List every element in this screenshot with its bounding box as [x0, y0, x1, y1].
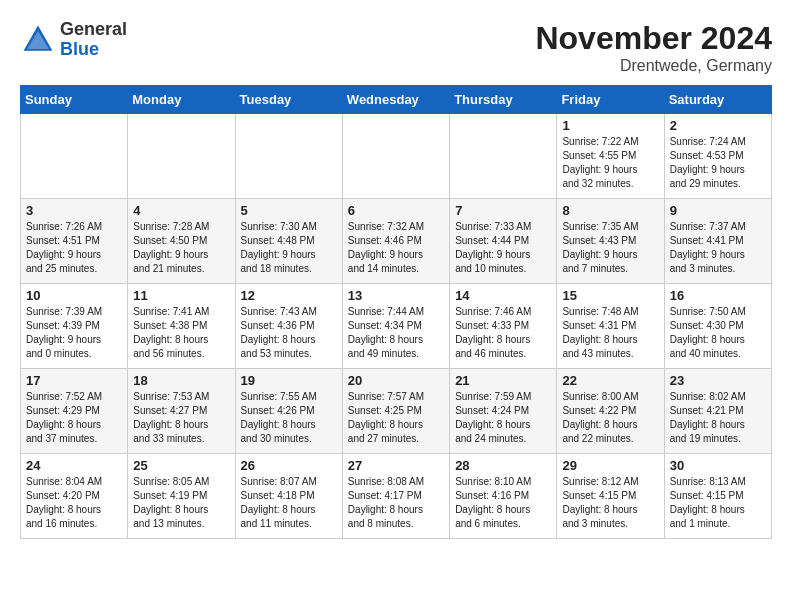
- calendar-week-row: 10Sunrise: 7:39 AM Sunset: 4:39 PM Dayli…: [21, 284, 772, 369]
- day-number: 5: [241, 203, 337, 218]
- calendar-cell: [235, 114, 342, 199]
- page-header: General Blue November 2024 Drentwede, Ge…: [20, 20, 772, 75]
- calendar-cell: 12Sunrise: 7:43 AM Sunset: 4:36 PM Dayli…: [235, 284, 342, 369]
- weekday-header: Tuesday: [235, 86, 342, 114]
- day-number: 29: [562, 458, 658, 473]
- weekday-header: Friday: [557, 86, 664, 114]
- day-info: Sunrise: 7:43 AM Sunset: 4:36 PM Dayligh…: [241, 305, 337, 361]
- day-info: Sunrise: 7:55 AM Sunset: 4:26 PM Dayligh…: [241, 390, 337, 446]
- calendar-cell: 4Sunrise: 7:28 AM Sunset: 4:50 PM Daylig…: [128, 199, 235, 284]
- calendar-cell: 22Sunrise: 8:00 AM Sunset: 4:22 PM Dayli…: [557, 369, 664, 454]
- day-info: Sunrise: 8:07 AM Sunset: 4:18 PM Dayligh…: [241, 475, 337, 531]
- day-number: 14: [455, 288, 551, 303]
- calendar-cell: 14Sunrise: 7:46 AM Sunset: 4:33 PM Dayli…: [450, 284, 557, 369]
- weekday-header: Saturday: [664, 86, 771, 114]
- day-info: Sunrise: 8:13 AM Sunset: 4:15 PM Dayligh…: [670, 475, 766, 531]
- day-info: Sunrise: 7:30 AM Sunset: 4:48 PM Dayligh…: [241, 220, 337, 276]
- day-info: Sunrise: 7:46 AM Sunset: 4:33 PM Dayligh…: [455, 305, 551, 361]
- day-number: 17: [26, 373, 122, 388]
- calendar-cell: 16Sunrise: 7:50 AM Sunset: 4:30 PM Dayli…: [664, 284, 771, 369]
- day-info: Sunrise: 7:53 AM Sunset: 4:27 PM Dayligh…: [133, 390, 229, 446]
- calendar-cell: [21, 114, 128, 199]
- day-number: 19: [241, 373, 337, 388]
- calendar-week-row: 17Sunrise: 7:52 AM Sunset: 4:29 PM Dayli…: [21, 369, 772, 454]
- logo-blue: Blue: [60, 39, 99, 59]
- calendar-cell: 28Sunrise: 8:10 AM Sunset: 4:16 PM Dayli…: [450, 454, 557, 539]
- calendar-cell: 7Sunrise: 7:33 AM Sunset: 4:44 PM Daylig…: [450, 199, 557, 284]
- calendar-cell: 17Sunrise: 7:52 AM Sunset: 4:29 PM Dayli…: [21, 369, 128, 454]
- calendar-cell: 18Sunrise: 7:53 AM Sunset: 4:27 PM Dayli…: [128, 369, 235, 454]
- day-number: 15: [562, 288, 658, 303]
- calendar-cell: 15Sunrise: 7:48 AM Sunset: 4:31 PM Dayli…: [557, 284, 664, 369]
- calendar-cell: 19Sunrise: 7:55 AM Sunset: 4:26 PM Dayli…: [235, 369, 342, 454]
- day-number: 11: [133, 288, 229, 303]
- day-number: 6: [348, 203, 444, 218]
- day-info: Sunrise: 7:28 AM Sunset: 4:50 PM Dayligh…: [133, 220, 229, 276]
- calendar-cell: 3Sunrise: 7:26 AM Sunset: 4:51 PM Daylig…: [21, 199, 128, 284]
- day-info: Sunrise: 7:44 AM Sunset: 4:34 PM Dayligh…: [348, 305, 444, 361]
- day-info: Sunrise: 7:48 AM Sunset: 4:31 PM Dayligh…: [562, 305, 658, 361]
- calendar-cell: 20Sunrise: 7:57 AM Sunset: 4:25 PM Dayli…: [342, 369, 449, 454]
- logo-icon: [20, 22, 56, 58]
- day-info: Sunrise: 7:59 AM Sunset: 4:24 PM Dayligh…: [455, 390, 551, 446]
- calendar-cell: 21Sunrise: 7:59 AM Sunset: 4:24 PM Dayli…: [450, 369, 557, 454]
- day-info: Sunrise: 7:33 AM Sunset: 4:44 PM Dayligh…: [455, 220, 551, 276]
- day-number: 8: [562, 203, 658, 218]
- day-info: Sunrise: 7:52 AM Sunset: 4:29 PM Dayligh…: [26, 390, 122, 446]
- weekday-header: Monday: [128, 86, 235, 114]
- calendar-week-row: 1Sunrise: 7:22 AM Sunset: 4:55 PM Daylig…: [21, 114, 772, 199]
- calendar-header-row: SundayMondayTuesdayWednesdayThursdayFrid…: [21, 86, 772, 114]
- calendar-cell: 23Sunrise: 8:02 AM Sunset: 4:21 PM Dayli…: [664, 369, 771, 454]
- calendar-cell: 29Sunrise: 8:12 AM Sunset: 4:15 PM Dayli…: [557, 454, 664, 539]
- day-number: 1: [562, 118, 658, 133]
- day-info: Sunrise: 7:35 AM Sunset: 4:43 PM Dayligh…: [562, 220, 658, 276]
- day-number: 3: [26, 203, 122, 218]
- calendar-cell: 9Sunrise: 7:37 AM Sunset: 4:41 PM Daylig…: [664, 199, 771, 284]
- day-info: Sunrise: 7:24 AM Sunset: 4:53 PM Dayligh…: [670, 135, 766, 191]
- day-info: Sunrise: 7:26 AM Sunset: 4:51 PM Dayligh…: [26, 220, 122, 276]
- calendar-cell: 10Sunrise: 7:39 AM Sunset: 4:39 PM Dayli…: [21, 284, 128, 369]
- calendar-cell: 26Sunrise: 8:07 AM Sunset: 4:18 PM Dayli…: [235, 454, 342, 539]
- month-title: November 2024: [535, 20, 772, 57]
- day-number: 12: [241, 288, 337, 303]
- day-info: Sunrise: 7:50 AM Sunset: 4:30 PM Dayligh…: [670, 305, 766, 361]
- day-info: Sunrise: 8:05 AM Sunset: 4:19 PM Dayligh…: [133, 475, 229, 531]
- day-number: 9: [670, 203, 766, 218]
- day-number: 25: [133, 458, 229, 473]
- weekday-header: Thursday: [450, 86, 557, 114]
- day-number: 4: [133, 203, 229, 218]
- day-number: 7: [455, 203, 551, 218]
- weekday-header: Wednesday: [342, 86, 449, 114]
- calendar-cell: 6Sunrise: 7:32 AM Sunset: 4:46 PM Daylig…: [342, 199, 449, 284]
- day-info: Sunrise: 8:02 AM Sunset: 4:21 PM Dayligh…: [670, 390, 766, 446]
- day-info: Sunrise: 7:32 AM Sunset: 4:46 PM Dayligh…: [348, 220, 444, 276]
- day-info: Sunrise: 8:00 AM Sunset: 4:22 PM Dayligh…: [562, 390, 658, 446]
- day-info: Sunrise: 8:08 AM Sunset: 4:17 PM Dayligh…: [348, 475, 444, 531]
- day-number: 16: [670, 288, 766, 303]
- day-info: Sunrise: 7:22 AM Sunset: 4:55 PM Dayligh…: [562, 135, 658, 191]
- calendar-week-row: 3Sunrise: 7:26 AM Sunset: 4:51 PM Daylig…: [21, 199, 772, 284]
- day-info: Sunrise: 7:37 AM Sunset: 4:41 PM Dayligh…: [670, 220, 766, 276]
- calendar-cell: 8Sunrise: 7:35 AM Sunset: 4:43 PM Daylig…: [557, 199, 664, 284]
- calendar-cell: [342, 114, 449, 199]
- day-number: 18: [133, 373, 229, 388]
- logo-general: General: [60, 19, 127, 39]
- day-info: Sunrise: 8:10 AM Sunset: 4:16 PM Dayligh…: [455, 475, 551, 531]
- location: Drentwede, Germany: [535, 57, 772, 75]
- day-info: Sunrise: 7:39 AM Sunset: 4:39 PM Dayligh…: [26, 305, 122, 361]
- day-number: 26: [241, 458, 337, 473]
- day-number: 23: [670, 373, 766, 388]
- calendar-cell: 5Sunrise: 7:30 AM Sunset: 4:48 PM Daylig…: [235, 199, 342, 284]
- calendar-cell: 11Sunrise: 7:41 AM Sunset: 4:38 PM Dayli…: [128, 284, 235, 369]
- day-number: 13: [348, 288, 444, 303]
- calendar-cell: 27Sunrise: 8:08 AM Sunset: 4:17 PM Dayli…: [342, 454, 449, 539]
- calendar-table: SundayMondayTuesdayWednesdayThursdayFrid…: [20, 85, 772, 539]
- calendar-cell: 30Sunrise: 8:13 AM Sunset: 4:15 PM Dayli…: [664, 454, 771, 539]
- calendar-cell: 1Sunrise: 7:22 AM Sunset: 4:55 PM Daylig…: [557, 114, 664, 199]
- calendar-cell: 13Sunrise: 7:44 AM Sunset: 4:34 PM Dayli…: [342, 284, 449, 369]
- logo-text: General Blue: [60, 20, 127, 60]
- calendar-cell: 2Sunrise: 7:24 AM Sunset: 4:53 PM Daylig…: [664, 114, 771, 199]
- day-number: 24: [26, 458, 122, 473]
- day-number: 28: [455, 458, 551, 473]
- logo: General Blue: [20, 20, 127, 60]
